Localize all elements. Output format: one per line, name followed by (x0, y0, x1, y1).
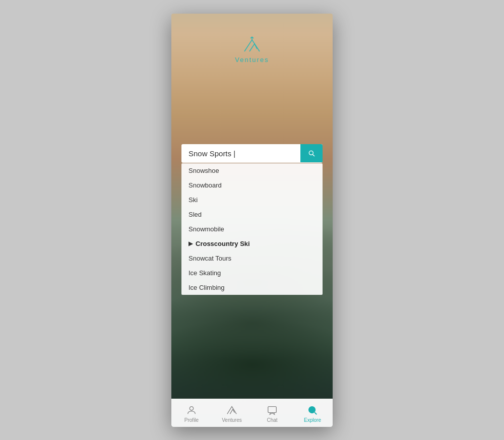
list-item[interactable]: Snowcat Tours (181, 251, 323, 266)
search-box (181, 144, 323, 163)
nav-item-explore[interactable]: Explore (292, 403, 333, 425)
nav-item-profile[interactable]: Profile (171, 403, 212, 425)
svg-line-4 (313, 155, 314, 156)
nav-item-chat[interactable]: Chat (252, 403, 292, 425)
search-icon (307, 149, 316, 157)
svg-point-7 (309, 406, 316, 413)
app-content: Ventures Snowshoe Snowboard (171, 14, 333, 427)
mountain-icon (226, 405, 237, 416)
list-item[interactable]: Ice Skating (181, 266, 323, 280)
chat-icon (267, 405, 278, 416)
logo-text: Ventures (235, 56, 269, 64)
logo-mountain-icon (239, 34, 265, 54)
nav-label-explore: Explore (304, 417, 321, 423)
list-item[interactable]: Ski (181, 193, 323, 207)
search-input[interactable] (181, 144, 300, 163)
list-item[interactable]: Snowshoe (181, 163, 323, 178)
list-item[interactable]: Snowboard (181, 178, 323, 193)
list-item-crosscountry-ski[interactable]: ▶ Crosscountry Ski (181, 236, 323, 251)
search-button[interactable] (300, 144, 323, 162)
nav-label-profile: Profile (184, 417, 199, 423)
nav-item-ventures[interactable]: Ventures (212, 403, 252, 425)
list-item[interactable]: Ice Climbing (181, 280, 323, 295)
list-item[interactable]: Snowmobile (181, 222, 323, 236)
dropdown-list: Snowshoe Snowboard Ski Sled Snowmobile ▶… (181, 163, 323, 295)
person-icon (186, 405, 197, 416)
search-area: Snowshoe Snowboard Ski Sled Snowmobile ▶… (171, 144, 333, 295)
svg-point-3 (309, 151, 313, 155)
svg-line-8 (314, 412, 317, 414)
svg-point-5 (190, 406, 193, 410)
chevron-right-icon: ▶ (188, 240, 193, 247)
nav-label-ventures: Ventures (222, 417, 241, 423)
phone-screen: Ventures Snowshoe Snowboard (171, 14, 333, 427)
list-item[interactable]: Sled (181, 207, 323, 222)
explore-icon (307, 405, 318, 416)
logo-area: Ventures (171, 14, 333, 74)
nav-label-chat: Chat (267, 417, 277, 423)
svg-rect-6 (268, 406, 277, 412)
bottom-nav: Profile Ventures Chat (171, 399, 333, 427)
